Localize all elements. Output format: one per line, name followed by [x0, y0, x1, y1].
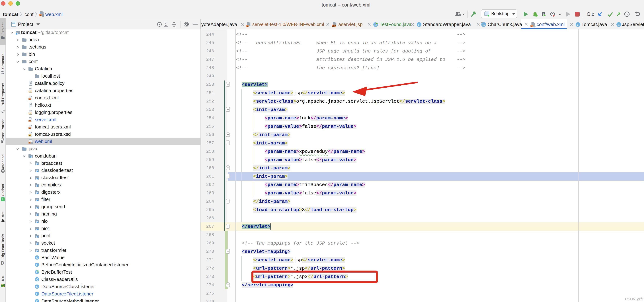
- svg-text:<>: <>: [29, 98, 31, 100]
- svg-text:<: <: [29, 142, 30, 144]
- svg-text:C: C: [618, 23, 620, 27]
- svg-text:C: C: [36, 292, 38, 296]
- svg-text:C: C: [577, 23, 580, 27]
- svg-text:C: C: [36, 285, 38, 288]
- svg-text:C: C: [36, 300, 38, 302]
- svg-text:<: <: [246, 25, 248, 28]
- svg-text:JSP: JSP: [332, 25, 336, 27]
- svg-text:C: C: [36, 263, 38, 267]
- svg-text:C: C: [418, 23, 420, 27]
- svg-text:<: <: [531, 25, 532, 28]
- svg-text:<: <: [40, 14, 41, 17]
- svg-text:C: C: [482, 23, 485, 27]
- svg-text:<>: <>: [29, 127, 31, 129]
- svg-text:C: C: [36, 256, 38, 259]
- svg-text:XS: XS: [29, 134, 31, 136]
- svg-text:C: C: [36, 278, 38, 281]
- svg-text:<>: <>: [29, 120, 31, 122]
